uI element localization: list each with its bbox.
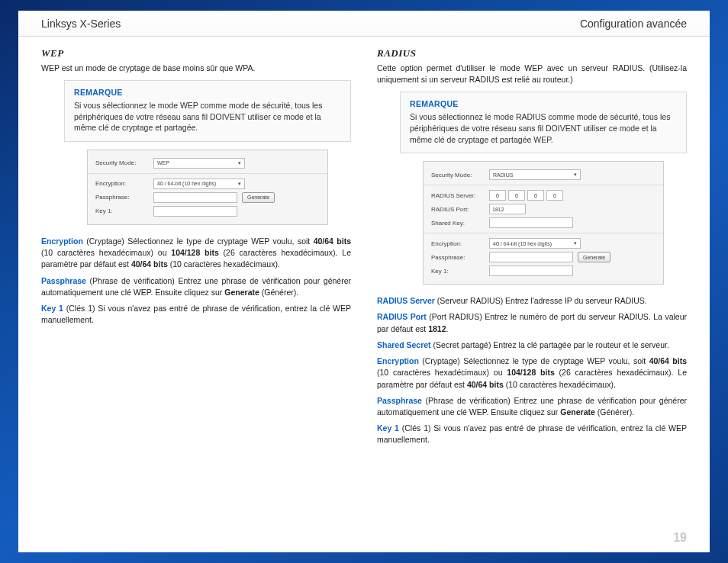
page-number: 19 [673, 531, 687, 545]
note-title: REMARQUE [410, 98, 677, 110]
select-security-mode[interactable]: RADIUS [489, 169, 581, 180]
desc-shared-secret: Shared Secret (Secret partagé) Entrez la… [377, 339, 687, 351]
label-shared-key: Shared Key: [431, 220, 485, 227]
input-radius-server[interactable]: 0 0 0 0 [489, 190, 563, 201]
label-radius-port: RADIUS Port: [431, 206, 485, 213]
generate-button[interactable]: Generate [578, 252, 610, 262]
label-radius-server: RADIUS Server: [431, 192, 485, 199]
desc-radius-port: RADIUS Port (Port RADIUS) Entrez le numé… [377, 311, 687, 334]
input-key1[interactable] [153, 206, 237, 217]
screenshot-wep: Security Mode: WEP Encryption: 40 / 64-b… [87, 150, 328, 225]
desc-encryption: Encryption (Cryptage) Sélectionnez le ty… [377, 355, 687, 391]
header-left: Linksys X-Series [41, 18, 121, 30]
note-body: Si vous sélectionnez le mode RADIUS comm… [410, 111, 677, 145]
note-title: REMARQUE [74, 87, 341, 98]
select-security-mode[interactable]: WEP [153, 158, 245, 169]
input-shared-key[interactable] [489, 217, 573, 228]
input-passphrase[interactable] [489, 252, 573, 262]
note-body: Si vous sélectionnez le mode WEP comme m… [74, 100, 341, 134]
note-radius: REMARQUE Si vous sélectionnez le mode RA… [400, 92, 687, 153]
select-encryption[interactable]: 40 / 64-bit (10 hex digits) [153, 179, 245, 189]
label-encryption: Encryption: [431, 240, 485, 247]
section-title-radius: Radius [377, 47, 687, 60]
desc-encryption: Encryption (Cryptage) Sélectionnez le ty… [41, 236, 351, 271]
screenshot-radius: Security Mode: RADIUS RADIUS Server: 0 0… [423, 161, 664, 285]
input-key1[interactable] [489, 265, 573, 276]
generate-button[interactable]: Generate [242, 192, 275, 203]
input-passphrase[interactable] [153, 192, 237, 203]
label-key1: Key 1: [431, 268, 485, 275]
select-encryption[interactable]: 40 / 64-bit (10 hex digits) [489, 238, 581, 249]
desc-passphrase: Passphrase (Phrase de vérification) Entr… [377, 395, 687, 418]
desc-key1: Key 1 (Clés 1) Si vous n'avez pas entré … [377, 423, 687, 446]
columns: Wep WEP est un mode de cryptage de base … [18, 37, 710, 451]
page-header: Linksys X-Series Configuration avancée [18, 11, 710, 37]
radius-intro: Cette option permet d'utiliser le mode W… [377, 63, 687, 85]
label-security-mode: Security Mode: [431, 172, 485, 179]
label-passphrase: Passphrase: [431, 254, 485, 261]
wep-intro: WEP est un mode de cryptage de base moin… [41, 63, 351, 74]
header-right: Configuration avancée [580, 18, 687, 30]
label-encryption: Encryption: [95, 180, 149, 187]
desc-radius-server: RADIUS Server (Serveur RADIUS) Entrez l'… [377, 295, 687, 307]
desc-passphrase: Passphrase (Phrase de vérification) Entr… [41, 275, 351, 298]
column-radius: Radius Cette option permet d'utiliser le… [377, 47, 687, 451]
section-title-wep: Wep [41, 47, 351, 60]
column-wep: Wep WEP est un mode de cryptage de base … [41, 47, 351, 451]
label-security-mode: Security Mode: [95, 159, 149, 166]
label-passphrase: Passphrase: [95, 194, 149, 201]
input-radius-port[interactable]: 1812 [489, 204, 526, 214]
desc-key1: Key 1 (Clés 1) Si vous n'avez pas entré … [41, 303, 351, 326]
label-key1: Key 1: [95, 208, 149, 214]
note-wep: REMARQUE Si vous sélectionnez le mode WE… [64, 80, 351, 142]
page: Linksys X-Series Configuration avancée W… [18, 11, 710, 552]
